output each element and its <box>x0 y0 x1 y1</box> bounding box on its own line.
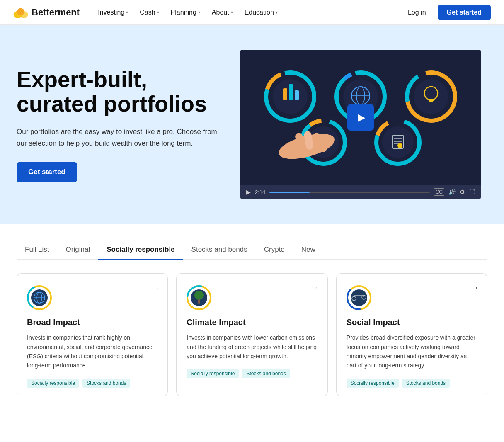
card-icon <box>27 285 52 310</box>
video-progress-fill <box>269 192 310 193</box>
hero-title: Expert-built, curated portfolios <box>17 67 224 117</box>
volume-icon[interactable]: 🔊 <box>448 189 456 195</box>
card-tag: Socially responsible <box>187 369 239 378</box>
hero-content: Expert-built, curated portfolios Our por… <box>17 67 224 182</box>
hero-video: ▶ 2:14 CC 🔊 ⚙ ⛶ <box>240 50 481 199</box>
card-tag: Socially responsible <box>27 379 79 388</box>
card-tag: Stocks and bonds <box>402 379 450 388</box>
svg-point-32 <box>397 143 402 148</box>
chevron-down-icon: ▾ <box>157 10 159 15</box>
svg-point-27 <box>382 126 414 158</box>
card-tags: Socially responsibleStocks and bonds <box>346 379 477 388</box>
card-social-impact[interactable]: → Social Impact Provides broad diversifi… <box>336 273 487 396</box>
chevron-down-icon: ▾ <box>276 10 278 15</box>
hero-cta-button[interactable]: Get started <box>17 162 77 182</box>
tab-crypto[interactable]: Crypto <box>256 240 293 260</box>
play-icon[interactable]: ▶ <box>246 189 251 195</box>
nav-investing[interactable]: Investing ▾ <box>93 5 133 19</box>
svg-point-47 <box>194 291 204 300</box>
card-icon <box>187 285 211 310</box>
card-title: Social Impact <box>346 318 477 327</box>
settings-icon[interactable]: ⚙ <box>460 189 465 195</box>
cards-grid: → Broad Impact Invests in companies that… <box>17 273 487 396</box>
navigation: Betterment Investing ▾ Cash ▾ Planning ▾… <box>0 0 504 25</box>
nav-education[interactable]: Education ▾ <box>240 5 283 19</box>
tabs-list: Full ListOriginalSocially responsibleSto… <box>17 240 487 260</box>
svg-rect-21 <box>429 101 433 102</box>
svg-point-18 <box>414 79 448 114</box>
card-description: Invests in companies with lower carbon e… <box>187 333 317 361</box>
cards-section: → Broad Impact Invests in companies that… <box>0 273 504 413</box>
card-broad-impact[interactable]: → Broad Impact Invests in companies that… <box>17 273 168 396</box>
card-arrow-icon: → <box>152 284 159 292</box>
card-tags: Socially responsibleStocks and bonds <box>27 379 158 388</box>
nav-planning[interactable]: Planning ▾ <box>166 5 205 19</box>
tabs-section: Full ListOriginalSocially responsibleSto… <box>0 224 504 260</box>
svg-rect-48 <box>198 299 200 304</box>
logo-icon <box>13 7 28 18</box>
nav-actions: Log in Get started <box>403 5 491 20</box>
video-progress-bar[interactable] <box>269 192 429 193</box>
svg-rect-8 <box>289 84 293 100</box>
card-tag: Stocks and bonds <box>82 379 130 388</box>
nav-cash[interactable]: Cash ▾ <box>135 5 164 19</box>
card-arrow-icon: → <box>312 284 319 292</box>
card-title: Broad Impact <box>27 318 158 327</box>
card-climate-impact[interactable]: → Climate Impact Invests in companies wi… <box>176 273 327 396</box>
logo-text: Betterment <box>32 7 80 18</box>
card-tag: Stocks and bonds <box>242 369 290 378</box>
hero-subtitle: Our portfolios are the easy way to inves… <box>17 126 224 148</box>
svg-point-2 <box>17 8 24 15</box>
card-description: Invests in companies that rank highly on… <box>27 333 158 370</box>
svg-rect-9 <box>295 90 299 100</box>
chevron-down-icon: ▾ <box>231 10 233 15</box>
chevron-down-icon: ▾ <box>198 10 200 15</box>
card-arrow-icon: → <box>471 284 479 292</box>
nav-about[interactable]: About ▾ <box>207 5 238 19</box>
captions-icon[interactable]: CC <box>434 188 444 196</box>
nav-links: Investing ▾ Cash ▾ Planning ▾ About ▾ Ed… <box>93 5 403 19</box>
fullscreen-icon[interactable]: ⛶ <box>469 189 475 195</box>
card-tag: Socially responsible <box>346 379 399 388</box>
card-icon <box>346 285 371 310</box>
tab-new[interactable]: New <box>293 240 324 260</box>
tab-stocks-and-bonds[interactable]: Stocks and bonds <box>183 240 256 260</box>
hero-section: Expert-built, curated portfolios Our por… <box>0 25 504 224</box>
card-title: Climate Impact <box>187 318 317 327</box>
svg-rect-7 <box>283 88 287 100</box>
tab-original[interactable]: Original <box>58 240 99 260</box>
video-controls: ▶ 2:14 CC 🔊 ⚙ ⛶ <box>240 185 481 199</box>
video-play-button[interactable] <box>347 104 374 131</box>
card-tags: Socially responsibleStocks and bonds <box>187 369 317 378</box>
video-timestamp: 2:14 <box>255 189 265 195</box>
get-started-nav-button[interactable]: Get started <box>438 5 491 20</box>
logo-link[interactable]: Betterment <box>13 7 80 18</box>
tab-socially-responsible[interactable]: Socially responsible <box>98 240 183 260</box>
chevron-down-icon: ▾ <box>126 10 128 15</box>
login-button[interactable]: Log in <box>403 5 431 19</box>
tab-full-list[interactable]: Full List <box>17 240 58 260</box>
card-description: Provides broad diversified exposure with… <box>346 333 477 370</box>
video-player <box>240 50 481 185</box>
